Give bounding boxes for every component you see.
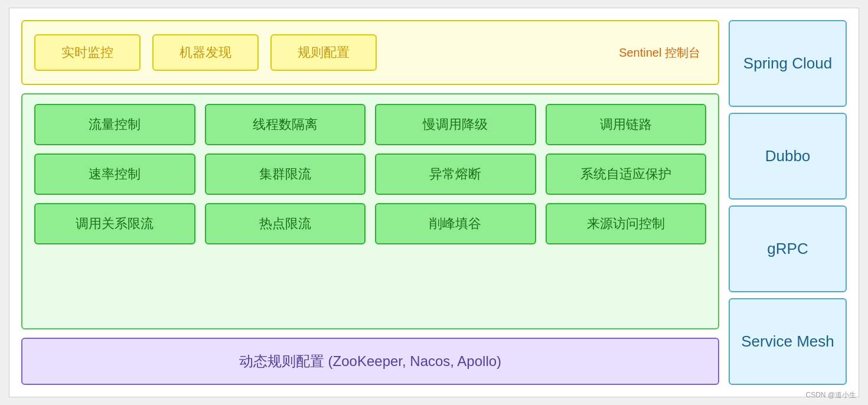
feature-item-r3-2: 削峰填谷 — [375, 203, 536, 244]
features-row-1: 流量控制 线程数隔离 慢调用降级 调用链路 — [34, 104, 706, 145]
feature-item-r1-1: 线程数隔离 — [205, 104, 366, 145]
sentinel-items: 实时监控 机器发现 规则配置 — [34, 34, 607, 71]
feature-item-r1-0: 流量控制 — [34, 104, 195, 145]
feature-item-r2-1: 集群限流 — [205, 153, 366, 195]
right-item-2: gRPC — [729, 205, 847, 292]
feature-item-r2-0: 速率控制 — [34, 153, 195, 195]
sentinel-item-2: 规则配置 — [270, 34, 377, 71]
feature-item-r2-3: 系统自适应保护 — [546, 153, 707, 195]
dynamic-box: 动态规则配置 (ZooKeeper, Nacos, Apollo) — [21, 338, 719, 385]
right-section: Spring Cloud Dubbo gRPC Service Mesh — [729, 20, 847, 385]
right-item-3: Service Mesh — [729, 298, 847, 385]
sentinel-label: Sentinel 控制台 — [619, 45, 706, 61]
dynamic-label: 动态规则配置 (ZooKeeper, Nacos, Apollo) — [239, 352, 501, 371]
feature-item-r3-1: 热点限流 — [205, 203, 366, 244]
sentinel-item-1: 机器发现 — [152, 34, 259, 71]
right-item-0: Spring Cloud — [729, 20, 847, 107]
feature-item-r1-3: 调用链路 — [546, 104, 707, 145]
feature-item-r2-2: 异常熔断 — [375, 153, 536, 195]
sentinel-item-0: 实时监控 — [34, 34, 141, 71]
sentinel-box: 实时监控 机器发现 规则配置 Sentinel 控制台 — [21, 20, 719, 85]
left-section: 实时监控 机器发现 规则配置 Sentinel 控制台 流量控制 线程数隔离 慢… — [21, 20, 719, 385]
feature-item-r3-0: 调用关系限流 — [34, 203, 195, 244]
feature-item-r1-2: 慢调用降级 — [375, 104, 536, 145]
watermark: CSDN @道小生 — [805, 390, 856, 400]
main-container: 实时监控 机器发现 规则配置 Sentinel 控制台 流量控制 线程数隔离 慢… — [9, 8, 859, 397]
features-row-2: 速率控制 集群限流 异常熔断 系统自适应保护 — [34, 153, 706, 195]
feature-item-r3-3: 来源访问控制 — [546, 203, 707, 244]
right-item-1: Dubbo — [729, 113, 847, 200]
features-row-3: 调用关系限流 热点限流 削峰填谷 来源访问控制 — [34, 203, 706, 244]
features-box: 流量控制 线程数隔离 慢调用降级 调用链路 速率控制 集群限流 异常熔断 系统自… — [21, 93, 719, 329]
